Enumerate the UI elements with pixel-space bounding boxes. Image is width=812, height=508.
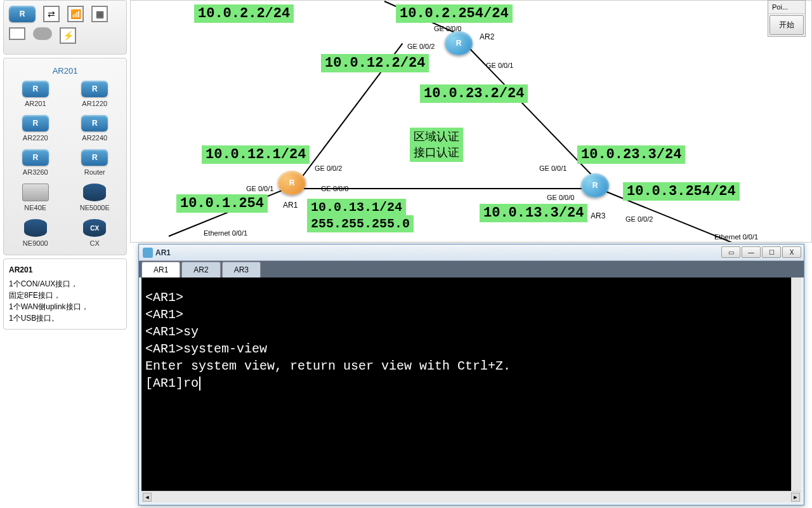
node-label-ar3: AR3: [591, 211, 605, 220]
terminal-tab-ar1[interactable]: AR1: [141, 262, 180, 277]
tool-connection-icon[interactable]: ⚡: [60, 27, 76, 44]
terminal-tabs: AR1 AR2 AR3: [139, 261, 804, 277]
terminal-scrollbar-horizontal[interactable]: ◄ ►: [141, 491, 801, 502]
terminal-titlebar[interactable]: AR1 ▭ — ☐ X: [139, 244, 804, 261]
ip-label: 10.0.23.2/24: [420, 84, 528, 103]
port-label: GE 0/0/0: [321, 185, 348, 192]
window-maximize-button[interactable]: ☐: [762, 246, 781, 258]
terminal-line: <AR1>: [145, 289, 797, 306]
terminal-body[interactable]: <AR1> <AR1> <AR1>sy <AR1>system-view Ent…: [141, 277, 801, 491]
top-toolbar: Poi... 开始: [768, 0, 806, 37]
scroll-right-arrow[interactable]: ►: [791, 493, 800, 502]
ip-label: 10.0.2.254/24: [396, 4, 513, 23]
device-ne9000[interactable]: NE9000: [6, 217, 65, 250]
device-router[interactable]: RRouter: [66, 147, 124, 178]
node-ar3[interactable]: R: [581, 173, 609, 197]
node-ar1[interactable]: R: [278, 171, 306, 195]
ip-label: 10.0.23.3/24: [577, 145, 685, 164]
port-label: GE 0/0/1: [539, 164, 566, 172]
toolbox: R ⇄ 📶 ▦ ⚡: [3, 0, 127, 55]
chassis-icon: [22, 184, 49, 201]
ip-label: 10.0.1.254: [176, 194, 268, 213]
port-label: GE 0/0/0: [547, 194, 574, 201]
device-ar2220[interactable]: RAR2220: [6, 112, 65, 144]
info-line: 1个WAN侧uplink接口，: [9, 301, 121, 312]
drum-icon: [83, 184, 106, 201]
terminal-line: [AR1]ro: [145, 375, 797, 392]
port-label: GE 0/0/2: [315, 164, 342, 172]
tool-pc-icon[interactable]: [9, 27, 25, 40]
terminal-tab-ar2[interactable]: AR2: [181, 262, 220, 277]
terminal-line: <AR1>: [145, 306, 797, 323]
router-icon: R: [22, 149, 49, 166]
port-label: GE 0/0/0: [434, 25, 461, 32]
cursor-icon: [199, 377, 200, 391]
drum-icon: [24, 219, 47, 237]
port-label: GE 0/0/1: [246, 185, 273, 192]
device-ar3260[interactable]: RAR3260: [6, 147, 65, 178]
cli-terminal-window: AR1 ▭ — ☐ X AR1 AR2 AR3 <AR1> <AR1> <AR1…: [138, 244, 804, 505]
info-line: 固定8FE接口，: [9, 290, 121, 301]
device-ar201[interactable]: RAR201: [6, 78, 65, 110]
device-ar2240[interactable]: RAR2240: [66, 112, 124, 144]
ip-label: 10.0.2.2/24: [194, 4, 294, 23]
terminal-title: AR1: [155, 248, 171, 257]
terminal-icon: [143, 248, 153, 258]
router-icon: R: [81, 149, 108, 166]
device-cx[interactable]: CXCX: [66, 217, 124, 250]
device-ar1220[interactable]: RAR1220: [66, 78, 124, 110]
router-icon: R: [22, 81, 49, 97]
port-label: GE 0/0/2: [625, 215, 653, 223]
tool-grid-icon[interactable]: ▦: [91, 6, 108, 22]
auth-label: 区域认证 接口认证: [410, 128, 463, 162]
window-minimize-button[interactable]: —: [742, 246, 761, 258]
ip-label: 10.0.3.254/24: [623, 182, 740, 201]
ip-label: 10.0.13.1/24: [307, 199, 406, 216]
tool-switch-icon[interactable]: ⇄: [43, 6, 60, 22]
port-label: GE 0/0/1: [486, 62, 513, 69]
device-ne5000e[interactable]: NE5000E: [66, 181, 124, 214]
router-icon: R: [81, 115, 108, 131]
tool-cloud-icon[interactable]: [33, 27, 52, 40]
info-line: 1个USB接口。: [9, 312, 121, 324]
info-title: AR201: [9, 264, 121, 276]
tool-wireless-icon[interactable]: 📶: [67, 6, 84, 22]
device-palette: AR201 RAR201 RAR1220 RAR2220 RAR2240 RAR…: [3, 58, 127, 255]
node-label-ar2: AR2: [480, 32, 494, 41]
ip-label: 10.0.13.3/24: [480, 204, 587, 222]
node-ar2[interactable]: R: [445, 31, 473, 55]
scroll-left-arrow[interactable]: ◄: [143, 493, 152, 502]
ip-label: 10.0.12.2/24: [321, 54, 429, 72]
window-extra-button[interactable]: ▭: [721, 246, 740, 258]
port-label: Ethernet 0/0/1: [204, 229, 247, 237]
ip-label: 10.0.12.1/24: [202, 145, 310, 164]
terminal-line: <AR1>sy: [145, 323, 797, 340]
terminal-line: Enter system view, return user view with…: [145, 358, 797, 375]
cx-icon: CX: [83, 219, 106, 237]
terminal-tab-ar3[interactable]: AR3: [222, 262, 261, 277]
topology-canvas[interactable]: R AR2 R AR1 R AR3 10.0.2.2/24 10.0.2.254…: [130, 0, 812, 243]
start-button[interactable]: 开始: [769, 15, 804, 35]
terminal-scrollbar-vertical[interactable]: [791, 277, 801, 491]
router-icon: R: [81, 81, 108, 97]
palette-header: AR201: [6, 64, 124, 78]
node-label-ar1: AR1: [283, 201, 298, 210]
tool-router-icon[interactable]: R: [9, 6, 36, 22]
info-line: 1个CON/AUX接口，: [9, 278, 121, 290]
device-ne40e[interactable]: NE40E: [6, 181, 65, 214]
terminal-line: <AR1>system-view: [145, 340, 797, 358]
port-label: GE 0/0/2: [407, 43, 435, 50]
device-info-panel: AR201 1个CON/AUX接口， 固定8FE接口， 1个WAN侧uplink…: [3, 258, 127, 330]
ip-label: 255.255.255.0: [307, 215, 414, 232]
device-sidebar: R ⇄ 📶 ▦ ⚡ AR201 RAR201 RAR1220 RAR2220 R…: [3, 0, 127, 508]
port-label: Ethernet 0/0/1: [714, 233, 758, 241]
router-icon: R: [22, 115, 49, 131]
top-toolbar-item[interactable]: Poi...: [768, 1, 805, 14]
window-close-button[interactable]: X: [782, 246, 801, 258]
